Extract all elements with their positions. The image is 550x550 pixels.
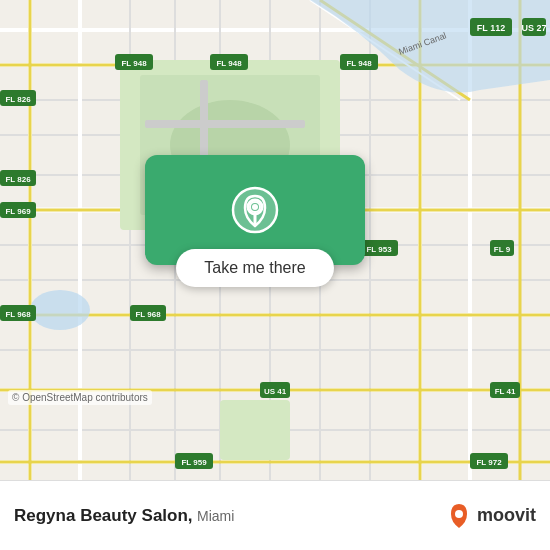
svg-rect-38 [145,120,305,128]
place-name: Regyna Beauty Salon, [14,506,193,525]
svg-text:FL 948: FL 948 [216,59,242,68]
svg-point-81 [455,510,463,518]
moovit-pin-icon [445,502,473,530]
svg-text:US 27: US 27 [521,23,546,33]
svg-text:FL 953: FL 953 [366,245,392,254]
map-background: FL 112 US 27 FL 948 FL 948 FL 948 FL 826… [0,0,550,480]
map-attribution: © OpenStreetMap contributors [8,390,152,405]
bottom-bar: Regyna Beauty Salon, Miami moovit [0,480,550,550]
map-container: FL 112 US 27 FL 948 FL 948 FL 948 FL 826… [0,0,550,480]
svg-text:FL 959: FL 959 [181,458,207,467]
svg-text:US 41: US 41 [264,387,287,396]
svg-text:FL 968: FL 968 [5,310,31,319]
svg-point-40 [30,290,90,330]
svg-text:FL 112: FL 112 [477,23,505,33]
place-info: Regyna Beauty Salon, Miami [14,506,234,526]
svg-text:FL 968: FL 968 [135,310,161,319]
svg-rect-41 [220,400,290,460]
svg-text:FL 948: FL 948 [346,59,372,68]
moovit-logo: moovit [445,502,536,530]
svg-text:FL 969: FL 969 [5,207,31,216]
svg-point-37 [170,100,290,190]
bottom-logo-area: Regyna Beauty Salon, Miami moovit [14,502,536,530]
svg-rect-39 [200,80,208,210]
svg-text:FL 972: FL 972 [476,458,502,467]
svg-text:FL 41: FL 41 [495,387,516,396]
moovit-brand-text: moovit [477,505,536,526]
place-city: Miami [197,508,234,524]
svg-text:FL 948: FL 948 [121,59,147,68]
svg-text:FL 9: FL 9 [494,245,511,254]
svg-text:FL 826: FL 826 [5,175,31,184]
take-me-there-button[interactable]: Take me there [176,249,333,287]
svg-text:FL 826: FL 826 [5,95,31,104]
